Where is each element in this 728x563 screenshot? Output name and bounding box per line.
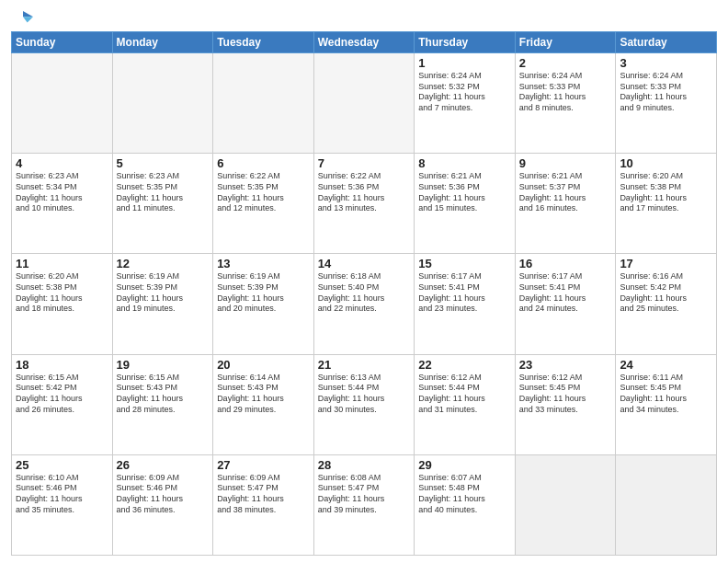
day-info: Sunrise: 6:17 AM Sunset: 5:41 PM Dayligh…	[519, 271, 612, 315]
calendar-week-0: 1Sunrise: 6:24 AM Sunset: 5:32 PM Daylig…	[12, 53, 717, 154]
calendar-cell: 12Sunrise: 6:19 AM Sunset: 5:39 PM Dayli…	[112, 254, 213, 354]
day-number: 22	[418, 358, 511, 372]
day-info: Sunrise: 6:24 AM Sunset: 5:32 PM Dayligh…	[418, 71, 511, 114]
day-number: 16	[519, 257, 612, 270]
day-info: Sunrise: 6:17 AM Sunset: 5:41 PM Dayligh…	[418, 271, 511, 315]
day-number: 5	[117, 156, 210, 170]
calendar-cell: 28Sunrise: 6:08 AM Sunset: 5:47 PM Dayli…	[313, 454, 415, 555]
calendar-header-monday: Monday	[112, 32, 213, 53]
calendar-cell	[616, 454, 717, 555]
calendar-cell: 27Sunrise: 6:09 AM Sunset: 5:47 PM Dayli…	[213, 454, 314, 555]
day-info: Sunrise: 6:21 AM Sunset: 5:37 PM Dayligh…	[519, 171, 612, 214]
calendar-cell: 4Sunrise: 6:23 AM Sunset: 5:34 PM Daylig…	[12, 154, 113, 254]
calendar-cell: 9Sunrise: 6:21 AM Sunset: 5:37 PM Daylig…	[515, 154, 616, 254]
calendar-week-4: 25Sunrise: 6:10 AM Sunset: 5:46 PM Dayli…	[12, 454, 717, 555]
calendar-cell: 17Sunrise: 6:16 AM Sunset: 5:42 PM Dayli…	[616, 254, 717, 354]
day-number: 20	[217, 358, 310, 372]
day-info: Sunrise: 6:19 AM Sunset: 5:39 PM Dayligh…	[117, 271, 210, 315]
day-info: Sunrise: 6:18 AM Sunset: 5:40 PM Dayligh…	[318, 271, 411, 315]
calendar-cell: 19Sunrise: 6:15 AM Sunset: 5:43 PM Dayli…	[112, 354, 213, 454]
calendar-cell: 6Sunrise: 6:22 AM Sunset: 5:35 PM Daylig…	[213, 154, 314, 254]
calendar-cell: 21Sunrise: 6:13 AM Sunset: 5:44 PM Dayli…	[313, 354, 415, 454]
calendar-cell: 2Sunrise: 6:24 AM Sunset: 5:33 PM Daylig…	[515, 53, 616, 154]
day-number: 1	[418, 56, 511, 70]
day-number: 2	[519, 56, 612, 70]
day-number: 28	[318, 458, 411, 472]
calendar-cell: 18Sunrise: 6:15 AM Sunset: 5:42 PM Dayli…	[12, 354, 113, 454]
calendar-cell	[313, 53, 415, 154]
calendar-cell: 16Sunrise: 6:17 AM Sunset: 5:41 PM Dayli…	[515, 254, 616, 354]
calendar-cell: 5Sunrise: 6:23 AM Sunset: 5:35 PM Daylig…	[112, 154, 213, 254]
calendar-cell: 10Sunrise: 6:20 AM Sunset: 5:38 PM Dayli…	[616, 154, 717, 254]
day-info: Sunrise: 6:20 AM Sunset: 5:38 PM Dayligh…	[620, 171, 712, 214]
day-number: 14	[318, 257, 411, 270]
day-info: Sunrise: 6:08 AM Sunset: 5:47 PM Dayligh…	[318, 473, 411, 516]
calendar-cell: 15Sunrise: 6:17 AM Sunset: 5:41 PM Dayli…	[415, 254, 516, 354]
calendar-cell: 24Sunrise: 6:11 AM Sunset: 5:45 PM Dayli…	[616, 354, 717, 454]
day-number: 10	[620, 156, 712, 170]
calendar-header-tuesday: Tuesday	[213, 32, 314, 53]
svg-marker-1	[23, 17, 33, 22]
day-number: 23	[519, 358, 612, 372]
day-info: Sunrise: 6:22 AM Sunset: 5:36 PM Dayligh…	[318, 171, 411, 214]
day-number: 26	[117, 458, 210, 472]
calendar-header-sunday: Sunday	[12, 32, 113, 53]
day-number: 8	[418, 156, 511, 170]
day-number: 6	[217, 156, 310, 170]
calendar-cell	[515, 454, 616, 555]
day-info: Sunrise: 6:12 AM Sunset: 5:45 PM Dayligh…	[519, 373, 612, 416]
day-info: Sunrise: 6:23 AM Sunset: 5:34 PM Dayligh…	[16, 171, 108, 214]
calendar-header-friday: Friday	[515, 32, 616, 53]
day-info: Sunrise: 6:13 AM Sunset: 5:44 PM Dayligh…	[318, 373, 411, 416]
day-number: 15	[418, 257, 511, 270]
calendar-cell	[112, 53, 213, 154]
day-info: Sunrise: 6:23 AM Sunset: 5:35 PM Dayligh…	[117, 171, 210, 214]
day-info: Sunrise: 6:24 AM Sunset: 5:33 PM Dayligh…	[620, 71, 712, 114]
day-number: 3	[620, 56, 712, 70]
day-number: 9	[519, 156, 612, 170]
calendar-table: SundayMondayTuesdayWednesdayThursdayFrid…	[11, 31, 717, 556]
day-info: Sunrise: 6:12 AM Sunset: 5:44 PM Dayligh…	[418, 373, 511, 416]
logo	[11, 9, 33, 26]
calendar-week-1: 4Sunrise: 6:23 AM Sunset: 5:34 PM Daylig…	[12, 154, 717, 254]
day-info: Sunrise: 6:24 AM Sunset: 5:33 PM Dayligh…	[519, 71, 612, 114]
day-info: Sunrise: 6:16 AM Sunset: 5:42 PM Dayligh…	[620, 271, 712, 315]
day-number: 4	[16, 156, 108, 170]
day-info: Sunrise: 6:20 AM Sunset: 5:38 PM Dayligh…	[16, 271, 108, 315]
day-number: 7	[318, 156, 411, 170]
day-info: Sunrise: 6:15 AM Sunset: 5:43 PM Dayligh…	[117, 373, 210, 416]
day-info: Sunrise: 6:09 AM Sunset: 5:47 PM Dayligh…	[217, 473, 310, 516]
logo-bird-icon	[13, 9, 33, 26]
calendar-cell: 23Sunrise: 6:12 AM Sunset: 5:45 PM Dayli…	[515, 354, 616, 454]
header	[11, 9, 717, 26]
day-info: Sunrise: 6:22 AM Sunset: 5:35 PM Dayligh…	[217, 171, 310, 214]
calendar-header-row: SundayMondayTuesdayWednesdayThursdayFrid…	[12, 32, 717, 53]
day-number: 27	[217, 458, 310, 472]
day-info: Sunrise: 6:11 AM Sunset: 5:45 PM Dayligh…	[620, 373, 712, 416]
day-info: Sunrise: 6:19 AM Sunset: 5:39 PM Dayligh…	[217, 271, 310, 315]
page: SundayMondayTuesdayWednesdayThursdayFrid…	[0, 0, 728, 563]
day-number: 24	[620, 358, 712, 372]
calendar-week-2: 11Sunrise: 6:20 AM Sunset: 5:38 PM Dayli…	[12, 254, 717, 354]
calendar-header-thursday: Thursday	[415, 32, 516, 53]
calendar-cell: 7Sunrise: 6:22 AM Sunset: 5:36 PM Daylig…	[313, 154, 415, 254]
day-number: 17	[620, 257, 712, 270]
calendar-cell	[12, 53, 113, 154]
day-number: 18	[16, 358, 108, 372]
day-number: 12	[117, 257, 210, 270]
day-number: 29	[418, 458, 511, 472]
calendar-header-wednesday: Wednesday	[313, 32, 415, 53]
calendar-cell: 25Sunrise: 6:10 AM Sunset: 5:46 PM Dayli…	[12, 454, 113, 555]
calendar-cell: 8Sunrise: 6:21 AM Sunset: 5:36 PM Daylig…	[415, 154, 516, 254]
day-number: 19	[117, 358, 210, 372]
day-number: 21	[318, 358, 411, 372]
day-info: Sunrise: 6:09 AM Sunset: 5:46 PM Dayligh…	[117, 473, 210, 516]
day-number: 13	[217, 257, 310, 270]
day-number: 11	[16, 257, 108, 270]
day-info: Sunrise: 6:14 AM Sunset: 5:43 PM Dayligh…	[217, 373, 310, 416]
calendar-cell: 13Sunrise: 6:19 AM Sunset: 5:39 PM Dayli…	[213, 254, 314, 354]
calendar-cell: 22Sunrise: 6:12 AM Sunset: 5:44 PM Dayli…	[415, 354, 516, 454]
day-info: Sunrise: 6:10 AM Sunset: 5:46 PM Dayligh…	[16, 473, 108, 516]
calendar-cell: 29Sunrise: 6:07 AM Sunset: 5:48 PM Dayli…	[415, 454, 516, 555]
calendar-header-saturday: Saturday	[616, 32, 717, 53]
